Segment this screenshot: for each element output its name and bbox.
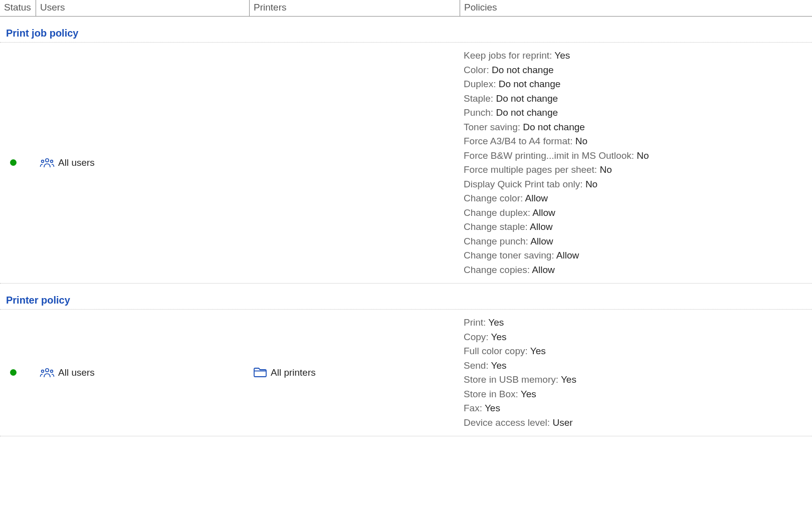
users-icon [40, 156, 55, 170]
policy-value: Allow [532, 207, 555, 218]
policy-value: Yes [554, 50, 570, 61]
svg-point-5 [51, 370, 53, 373]
status-cell [0, 366, 36, 379]
policy-label: Duplex: [464, 79, 499, 89]
column-header-policies[interactable]: Policies [460, 0, 812, 16]
policy-item: Display Quick Print tab only: No [464, 177, 808, 192]
policies-cell: Print: Yes Copy: Yes Full color copy: Ye… [460, 315, 812, 431]
policy-item: Change color: Allow [464, 191, 808, 206]
policy-item: Change duplex: Allow [464, 206, 808, 220]
policy-item: Change punch: Allow [464, 234, 808, 249]
policy-label: Change duplex: [464, 207, 532, 218]
policy-value: No [585, 179, 597, 189]
policy-item: Change staple: Allow [464, 220, 808, 234]
policy-label: Change toner saving: [464, 250, 556, 260]
policy-value: Yes [491, 360, 507, 371]
policy-value: No [637, 150, 649, 161]
policy-value: Allow [530, 236, 553, 246]
policy-item: Fax: Yes [464, 401, 808, 416]
policy-value: Do not change [496, 107, 558, 118]
table-row[interactable]: All users All printers Print: Yes Copy: … [0, 310, 812, 436]
policy-item: Force A3/B4 to A4 format: No [464, 134, 808, 149]
policy-label: Device access level: [464, 417, 552, 428]
policy-item: Keep jobs for reprint: Yes [464, 49, 808, 63]
policy-value: Yes [561, 374, 576, 385]
policy-label: Store in Box: [464, 389, 521, 399]
policy-item: Print: Yes [464, 316, 808, 330]
policy-label: Punch: [464, 107, 496, 118]
policy-value: Allow [532, 265, 554, 275]
policy-label: Force A3/B4 to A4 format: [464, 136, 575, 146]
svg-point-3 [46, 369, 49, 372]
policy-label: Color: [464, 65, 492, 75]
printers-cell [249, 162, 460, 164]
policy-item: Force B&W printing...imit in MS Outlook:… [464, 149, 808, 163]
policy-value: Yes [521, 389, 536, 399]
policy-item: Change toner saving: Allow [464, 248, 808, 263]
policy-label: Print: [464, 317, 488, 328]
table-header-row: Status Users Printers Policies [0, 0, 812, 17]
policy-value: Do not change [496, 93, 558, 104]
policy-value: No [599, 164, 612, 175]
policy-label: Keep jobs for reprint: [464, 50, 554, 61]
column-header-printers[interactable]: Printers [249, 0, 460, 16]
policy-item: Color: Do not change [464, 63, 808, 78]
policy-value: Allow [556, 250, 579, 260]
policy-value: Yes [530, 346, 546, 356]
policy-item: Device access level: User [464, 416, 808, 430]
policy-item: Duplex: Do not change [464, 77, 808, 92]
policy-item: Staple: Do not change [464, 92, 808, 106]
policies-cell: Keep jobs for reprint: Yes Color: Do not… [460, 48, 812, 278]
policy-item: Full color copy: Yes [464, 344, 808, 359]
users-icon [40, 366, 55, 380]
policy-label: Toner saving: [464, 122, 523, 132]
policy-item: Force multiple pages per sheet: No [464, 163, 808, 177]
policy-label: Force B&W printing...imit in MS Outlook: [464, 150, 637, 161]
policy-label: Fax: [464, 403, 485, 413]
policy-label: Change copies: [464, 265, 532, 275]
policy-item: Send: Yes [464, 359, 808, 373]
policies-table: Status Users Printers Policies Print job… [0, 0, 812, 436]
policy-item: Store in USB memory: Yes [464, 373, 808, 387]
policy-label: Copy: [464, 332, 491, 342]
policy-value: Do not change [492, 65, 554, 75]
column-header-users[interactable]: Users [36, 0, 249, 16]
policy-value: Do not change [523, 122, 585, 132]
printers-label: All printers [271, 367, 316, 378]
policy-label: Store in USB memory: [464, 374, 561, 385]
svg-point-2 [51, 160, 53, 163]
policy-value: Allow [525, 193, 548, 203]
policy-label: Change staple: [464, 221, 530, 232]
policy-value: No [575, 136, 587, 146]
policy-label: Display Quick Print tab only: [464, 179, 585, 189]
policy-item: Store in Box: Yes [464, 387, 808, 402]
users-label: All users [58, 157, 95, 168]
section-title-print-job-policy: Print job policy [0, 17, 812, 43]
folder-icon [253, 367, 267, 379]
svg-point-4 [42, 370, 44, 373]
users-cell: All users [36, 365, 249, 381]
policy-label: Staple: [464, 93, 496, 104]
printers-cell: All printers [249, 366, 460, 380]
policy-label: Change punch: [464, 236, 530, 246]
policy-label: Full color copy: [464, 346, 530, 356]
status-dot-icon [10, 369, 17, 376]
column-header-status[interactable]: Status [0, 0, 36, 16]
svg-point-1 [42, 160, 44, 163]
users-cell: All users [36, 155, 249, 171]
policy-value: Do not change [499, 79, 561, 89]
policy-value: Yes [491, 332, 507, 342]
status-dot-icon [10, 159, 17, 166]
section-title-printer-policy: Printer policy [0, 284, 812, 310]
users-label: All users [58, 367, 95, 378]
policy-item: Copy: Yes [464, 330, 808, 345]
status-cell [0, 156, 36, 169]
table-row[interactable]: All users Keep jobs for reprint: Yes Col… [0, 43, 812, 284]
policy-value: Yes [485, 403, 500, 413]
policy-value: Allow [530, 221, 552, 232]
policy-value: User [552, 417, 572, 428]
policy-label: Send: [464, 360, 491, 371]
policy-label: Change color: [464, 193, 525, 203]
policy-label: Force multiple pages per sheet: [464, 164, 599, 175]
policy-item: Toner saving: Do not change [464, 120, 808, 135]
